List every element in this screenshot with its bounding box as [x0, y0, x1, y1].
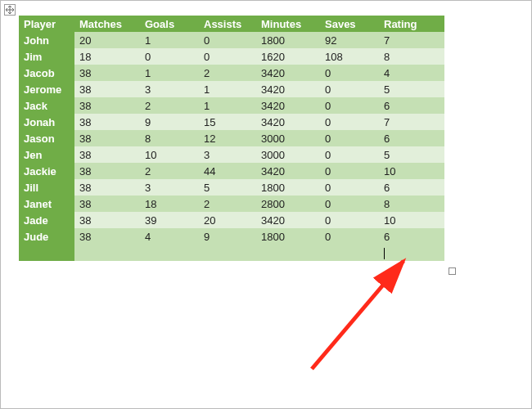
- cell-goals[interactable]: 0: [140, 48, 199, 65]
- player-name[interactable]: Jacob: [19, 65, 74, 81]
- player-name[interactable]: Janet: [19, 196, 74, 212]
- cell-saves[interactable]: 0: [320, 65, 379, 81]
- cell-goals[interactable]: 2: [140, 97, 199, 114]
- player-name[interactable]: Jim: [19, 48, 74, 65]
- cell-minutes[interactable]: 3420: [256, 65, 320, 81]
- empty-cell[interactable]: [320, 245, 379, 261]
- cell-goals[interactable]: 1: [140, 65, 199, 81]
- cell-minutes[interactable]: 3000: [256, 146, 320, 163]
- cell-matches[interactable]: 38: [74, 196, 140, 212]
- cell-assists[interactable]: 3: [199, 146, 256, 163]
- cell-saves[interactable]: 0: [320, 212, 379, 228]
- cell-rating[interactable]: 7: [379, 32, 444, 48]
- cell-matches[interactable]: 38: [74, 97, 140, 114]
- cell-matches[interactable]: 38: [74, 179, 140, 196]
- cell-rating[interactable]: 8: [379, 196, 444, 212]
- cell-matches[interactable]: 38: [74, 163, 140, 179]
- cell-matches[interactable]: 38: [74, 81, 140, 97]
- cell-goals[interactable]: 3: [140, 179, 199, 196]
- col-header-player[interactable]: Player: [19, 16, 74, 32]
- data-table[interactable]: Player Matches Goals Assists Minutes Sav…: [19, 16, 444, 261]
- player-name[interactable]: Jonah: [19, 114, 74, 130]
- player-name[interactable]: Jason: [19, 130, 74, 146]
- empty-cell[interactable]: [379, 245, 444, 261]
- player-name[interactable]: Jade: [19, 212, 74, 228]
- cell-assists[interactable]: 20: [199, 212, 256, 228]
- col-header-rating[interactable]: Rating: [379, 16, 444, 32]
- player-name[interactable]: Jill: [19, 179, 74, 196]
- col-header-assists[interactable]: Assists: [199, 16, 256, 32]
- cell-saves[interactable]: 0: [320, 196, 379, 212]
- cell-minutes[interactable]: 1800: [256, 228, 320, 245]
- col-header-saves[interactable]: Saves: [320, 16, 379, 32]
- cell-rating[interactable]: 4: [379, 65, 444, 81]
- cell-rating[interactable]: 10: [379, 212, 444, 228]
- col-header-minutes[interactable]: Minutes: [256, 16, 320, 32]
- cell-goals[interactable]: 8: [140, 130, 199, 146]
- cell-rating[interactable]: 6: [379, 97, 444, 114]
- cell-matches[interactable]: 18: [74, 48, 140, 65]
- cell-goals[interactable]: 18: [140, 196, 199, 212]
- cell-minutes[interactable]: 3420: [256, 81, 320, 97]
- player-name[interactable]: Jerome: [19, 81, 74, 97]
- cell-minutes[interactable]: 1800: [256, 32, 320, 48]
- cell-matches[interactable]: 38: [74, 146, 140, 163]
- cell-assists[interactable]: 44: [199, 163, 256, 179]
- cell-goals[interactable]: 9: [140, 114, 199, 130]
- cell-goals[interactable]: 10: [140, 146, 199, 163]
- cell-minutes[interactable]: 1800: [256, 179, 320, 196]
- player-name[interactable]: Jude: [19, 228, 74, 245]
- table-resize-handle-icon[interactable]: [449, 267, 456, 275]
- cell-rating[interactable]: 5: [379, 81, 444, 97]
- cell-assists[interactable]: 1: [199, 81, 256, 97]
- cell-assists[interactable]: 1: [199, 97, 256, 114]
- empty-cell[interactable]: [140, 245, 199, 261]
- player-name[interactable]: Jen: [19, 146, 74, 163]
- cell-minutes[interactable]: 3420: [256, 212, 320, 228]
- cell-saves[interactable]: 0: [320, 130, 379, 146]
- cell-rating[interactable]: 6: [379, 228, 444, 245]
- col-header-matches[interactable]: Matches: [74, 16, 140, 32]
- cell-goals[interactable]: 1: [140, 32, 199, 48]
- cell-goals[interactable]: 3: [140, 81, 199, 97]
- empty-cell[interactable]: [74, 245, 140, 261]
- cell-assists[interactable]: 5: [199, 179, 256, 196]
- cell-assists[interactable]: 2: [199, 65, 256, 81]
- cell-goals[interactable]: 4: [140, 228, 199, 245]
- cell-saves[interactable]: 0: [320, 163, 379, 179]
- cell-minutes[interactable]: 3000: [256, 130, 320, 146]
- cell-rating[interactable]: 5: [379, 146, 444, 163]
- cell-assists[interactable]: 0: [199, 48, 256, 65]
- cell-minutes[interactable]: 3420: [256, 97, 320, 114]
- player-name[interactable]: Jack: [19, 97, 74, 114]
- cell-saves[interactable]: 0: [320, 228, 379, 245]
- cell-saves[interactable]: 0: [320, 179, 379, 196]
- player-name[interactable]: Jackie: [19, 163, 74, 179]
- cell-saves[interactable]: 0: [320, 81, 379, 97]
- cell-assists[interactable]: 12: [199, 130, 256, 146]
- cell-saves[interactable]: 92: [320, 32, 379, 48]
- cell-matches[interactable]: 38: [74, 65, 140, 81]
- empty-cell[interactable]: [256, 245, 320, 261]
- player-name-empty[interactable]: [19, 245, 74, 261]
- cell-matches[interactable]: 38: [74, 212, 140, 228]
- cell-rating[interactable]: 8: [379, 48, 444, 65]
- player-name[interactable]: John: [19, 32, 74, 48]
- cell-assists[interactable]: 0: [199, 32, 256, 48]
- cell-goals[interactable]: 39: [140, 212, 199, 228]
- cell-saves[interactable]: 108: [320, 48, 379, 65]
- empty-cell[interactable]: [199, 245, 256, 261]
- col-header-goals[interactable]: Goals: [140, 16, 199, 32]
- cell-rating[interactable]: 10: [379, 163, 444, 179]
- cell-goals[interactable]: 2: [140, 163, 199, 179]
- cell-rating[interactable]: 6: [379, 179, 444, 196]
- cell-saves[interactable]: 0: [320, 114, 379, 130]
- cell-matches[interactable]: 38: [74, 130, 140, 146]
- cell-minutes[interactable]: 3420: [256, 114, 320, 130]
- cell-minutes[interactable]: 1620: [256, 48, 320, 65]
- cell-rating[interactable]: 6: [379, 130, 444, 146]
- table-move-handle-icon[interactable]: [4, 4, 16, 16]
- cell-minutes[interactable]: 3420: [256, 163, 320, 179]
- cell-matches[interactable]: 20: [74, 32, 140, 48]
- cell-matches[interactable]: 38: [74, 228, 140, 245]
